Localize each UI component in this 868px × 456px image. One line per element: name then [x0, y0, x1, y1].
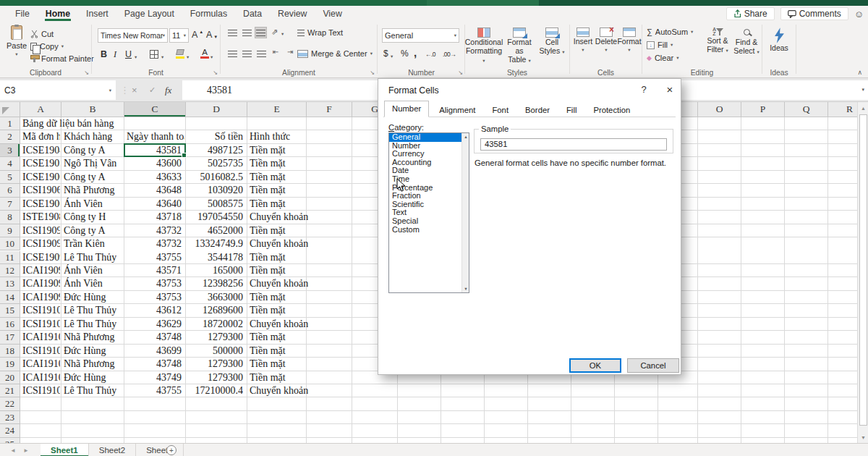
col-header-q[interactable]: Q: [785, 102, 828, 117]
row-header-2[interactable]: 2: [0, 130, 20, 143]
cell-A18[interactable]: ICSI191000: [22, 345, 60, 358]
font-dialog-launcher[interactable]: ↘: [213, 70, 218, 76]
cell-B3[interactable]: Công ty A: [64, 144, 106, 157]
cell-C10[interactable]: 43732: [124, 237, 182, 250]
row-header-13[interactable]: 13: [0, 277, 20, 290]
sheet-nav-right-icon[interactable]: ►: [23, 444, 29, 456]
underline-button[interactable]: U: [125, 49, 132, 59]
cell-E16[interactable]: Chuyển khoản: [250, 318, 308, 331]
cell-A3[interactable]: ICSE190400: [22, 144, 60, 157]
row-header-22[interactable]: 22: [0, 397, 20, 410]
number-dialog-launcher[interactable]: ↘: [458, 70, 463, 76]
menu-tab-page-layout[interactable]: Page Layout: [116, 6, 182, 22]
cell-E10[interactable]: Chuyển khoản: [250, 237, 308, 250]
cell-D6[interactable]: 1030920: [186, 184, 243, 197]
cell-D9[interactable]: 4652000: [186, 224, 243, 237]
category-item-custom[interactable]: Custom: [389, 226, 461, 235]
insert-cells-button[interactable]: Insert ▾: [571, 28, 595, 54]
cell-C2[interactable]: Ngày thanh toán: [127, 130, 184, 143]
cell-D3[interactable]: 4987125: [186, 144, 243, 157]
cell-D19[interactable]: 1279300: [186, 358, 243, 371]
row-header-9[interactable]: 9: [0, 224, 20, 237]
sheet-tab-sheet1[interactable]: Sheet1: [41, 444, 89, 456]
cell-D11[interactable]: 3544178: [186, 251, 243, 264]
sheet-tab-sheet2[interactable]: Sheet2: [89, 444, 136, 456]
percent-style-button[interactable]: %: [401, 48, 409, 59]
row-header-3[interactable]: 3: [0, 144, 20, 157]
cell-E8[interactable]: Chuyển khoản: [250, 211, 308, 224]
category-list[interactable]: GeneralNumberCurrencyAccountingDateTimeP…: [388, 132, 469, 293]
cut-button[interactable]: Cut: [30, 30, 54, 38]
increase-decimal-button[interactable]: ←.0: [425, 51, 435, 58]
menu-tab-data[interactable]: Data: [235, 6, 270, 22]
cell-D4[interactable]: 5025735: [186, 157, 243, 170]
cell-B18[interactable]: Đức Hùng: [64, 345, 106, 358]
row-header-7[interactable]: 7: [0, 198, 20, 211]
cell-E18[interactable]: Tiền mặt: [250, 345, 286, 358]
cell-B16[interactable]: Lê Thu Thủy: [64, 318, 116, 331]
cell-E2[interactable]: Hình thức: [250, 130, 290, 143]
insert-function-icon[interactable]: fx: [165, 78, 171, 102]
vertical-scroll-thumb[interactable]: [859, 114, 867, 426]
cell-A13[interactable]: ICAI190900: [22, 277, 60, 290]
cell-C20[interactable]: 43749: [124, 371, 182, 384]
row-header-1[interactable]: 1: [0, 117, 20, 130]
cell-B15[interactable]: Lê Thu Thủy: [64, 304, 116, 317]
cell-E4[interactable]: Tiền mặt: [250, 157, 286, 170]
cell-E14[interactable]: Tiền mặt: [250, 291, 286, 304]
row-header-21[interactable]: 21: [0, 384, 20, 397]
decrease-indent-icon[interactable]: ⇤: [273, 48, 278, 56]
cell-C8[interactable]: 43718: [124, 211, 182, 224]
cell-A21[interactable]: ICSI191000: [22, 384, 60, 397]
cell-E13[interactable]: Chuyển khoản: [250, 277, 308, 290]
row-header-20[interactable]: 20: [0, 371, 20, 384]
dialog-tab-alignment[interactable]: Alignment: [433, 104, 482, 117]
cell-C9[interactable]: 43732: [124, 224, 182, 237]
find-select-button[interactable]: Find & Select ▾: [732, 28, 761, 56]
chevron-down-icon[interactable]: ▾: [391, 54, 393, 59]
chevron-down-icon[interactable]: ▾: [281, 31, 284, 37]
row-header-5[interactable]: 5: [0, 171, 20, 184]
paste-button[interactable]: Paste ▾: [4, 25, 30, 57]
scroll-down-icon[interactable]: ▼: [858, 431, 868, 443]
bold-button[interactable]: B: [101, 49, 107, 59]
cell-A4[interactable]: ICSE190500: [22, 157, 60, 170]
ideas-button[interactable]: Ideas: [762, 28, 796, 52]
cell-D14[interactable]: 3663000: [186, 291, 243, 304]
row-header-15[interactable]: 15: [0, 304, 20, 317]
cell-A20[interactable]: ICAI191000: [22, 371, 60, 384]
menu-tab-review[interactable]: Review: [270, 6, 315, 22]
menu-tab-formulas[interactable]: Formulas: [182, 6, 235, 22]
cell-C13[interactable]: 43753: [124, 277, 182, 290]
currency-format-button[interactable]: $: [383, 48, 388, 59]
alignment-dialog-launcher[interactable]: ↘: [370, 70, 375, 76]
cell-D16[interactable]: 18720002: [186, 318, 243, 331]
menu-tab-view[interactable]: View: [315, 6, 349, 22]
clear-button[interactable]: ◆ Clear ▾: [647, 54, 678, 62]
cell-C17[interactable]: 43748: [124, 331, 182, 344]
feedback-smiley-icon[interactable]: ☺: [854, 9, 864, 20]
cell-A8[interactable]: ISTE190800: [22, 211, 60, 224]
cell-A19[interactable]: ICAI191000: [22, 358, 60, 371]
collapse-ribbon-icon[interactable]: ∧: [857, 69, 862, 76]
cell-C15[interactable]: 43612: [124, 304, 182, 317]
col-header-r[interactable]: R: [828, 102, 857, 117]
row-header-6[interactable]: 6: [0, 184, 20, 197]
cell-D10[interactable]: 13324749.9: [186, 237, 243, 250]
row-header-4[interactable]: 4: [0, 157, 20, 170]
cell-B10[interactable]: Trần Kiên: [64, 237, 105, 250]
cell-B14[interactable]: Đức Hùng: [64, 291, 106, 304]
increase-font-button[interactable]: A▲: [192, 30, 203, 40]
cell-E19[interactable]: Tiền mặt: [250, 358, 286, 371]
cell-E6[interactable]: Tiền mặt: [250, 184, 286, 197]
sort-filter-button[interactable]: AZ Sort & Filter ▾: [703, 28, 732, 55]
cell-C6[interactable]: 43648: [124, 184, 182, 197]
cell-D18[interactable]: 500000: [186, 345, 243, 358]
cell-B5[interactable]: Công ty A: [64, 171, 106, 184]
new-sheet-button[interactable]: +: [166, 445, 176, 455]
row-header-11[interactable]: 11: [0, 251, 20, 264]
cell-C14[interactable]: 43753: [124, 291, 182, 304]
cell-A17[interactable]: ICAI191000: [22, 331, 60, 344]
cell-D15[interactable]: 12689600: [186, 304, 243, 317]
formula-bar-expand-icon[interactable]: ▾: [861, 87, 864, 93]
